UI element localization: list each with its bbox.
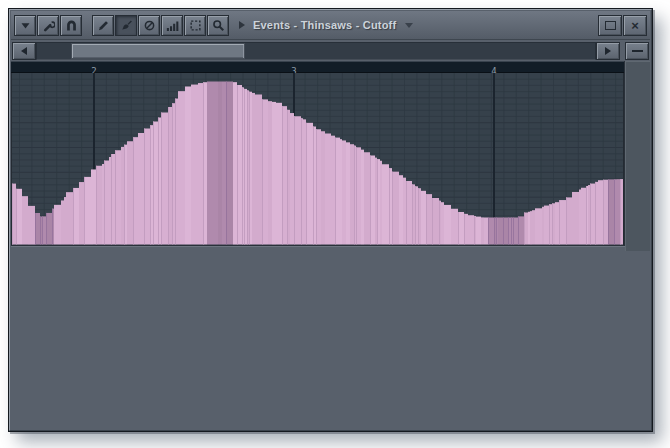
horizontal-scrollbar-row <box>11 40 650 61</box>
toolbar-group-main <box>14 15 82 36</box>
tool-pencil-button[interactable] <box>92 15 114 36</box>
event-editor-window: Events - Thinsaws - Cutoff × 234 <box>8 8 653 432</box>
select-icon <box>189 19 202 32</box>
window-title: Events - Thinsaws - Cutoff <box>253 19 396 31</box>
dropdown-icon <box>19 19 32 32</box>
magnet-icon <box>65 19 78 32</box>
timeline-ruler[interactable]: 234 <box>11 61 624 73</box>
ramp-icon <box>166 19 179 32</box>
window-bottom-border <box>11 245 650 430</box>
close-button[interactable]: × <box>623 15 647 36</box>
editor-left-column: 234 <box>11 61 624 245</box>
window-controls: × <box>598 15 647 36</box>
title-expand-arrow-icon[interactable] <box>239 21 245 29</box>
maximize-icon <box>605 21 616 30</box>
editor-size-button[interactable] <box>625 42 649 60</box>
title-dropdown-icon[interactable] <box>405 23 413 28</box>
arrow-left-icon <box>21 47 27 55</box>
tool-brush-button[interactable] <box>115 15 137 36</box>
tool-wrench-button[interactable] <box>37 15 59 36</box>
event-canvas[interactable] <box>11 73 624 245</box>
wrench-icon <box>42 19 55 32</box>
horizontal-scrollbar-track[interactable] <box>36 42 596 60</box>
pencil-icon <box>97 19 110 32</box>
arrow-right-icon <box>605 47 611 55</box>
brush-icon <box>120 19 133 32</box>
tool-dropdown-button[interactable] <box>14 15 36 36</box>
vertical-scrollbar-track[interactable] <box>624 61 650 245</box>
vertical-scrollbar-thumb[interactable] <box>625 61 650 251</box>
close-icon: × <box>631 19 639 32</box>
scroll-right-button[interactable] <box>596 42 620 60</box>
editor-main: 234 <box>11 61 650 245</box>
horizontal-scrollbar-thumb[interactable] <box>71 43 245 59</box>
dash-icon <box>632 50 643 52</box>
tool-magnet-button[interactable] <box>60 15 82 36</box>
event-automation-chart <box>12 73 623 245</box>
titlebar[interactable]: Events - Thinsaws - Cutoff × <box>11 11 650 40</box>
tool-select-button[interactable] <box>184 15 206 36</box>
tool-ramp-button[interactable] <box>161 15 183 36</box>
toolbar-group-tools <box>92 15 229 36</box>
maximize-button[interactable] <box>598 15 622 36</box>
zoom-icon <box>212 19 225 32</box>
tool-interpolate-button[interactable] <box>138 15 160 36</box>
tool-zoom-button[interactable] <box>207 15 229 36</box>
interpolate-icon <box>143 19 156 32</box>
scroll-left-button[interactable] <box>12 42 36 60</box>
